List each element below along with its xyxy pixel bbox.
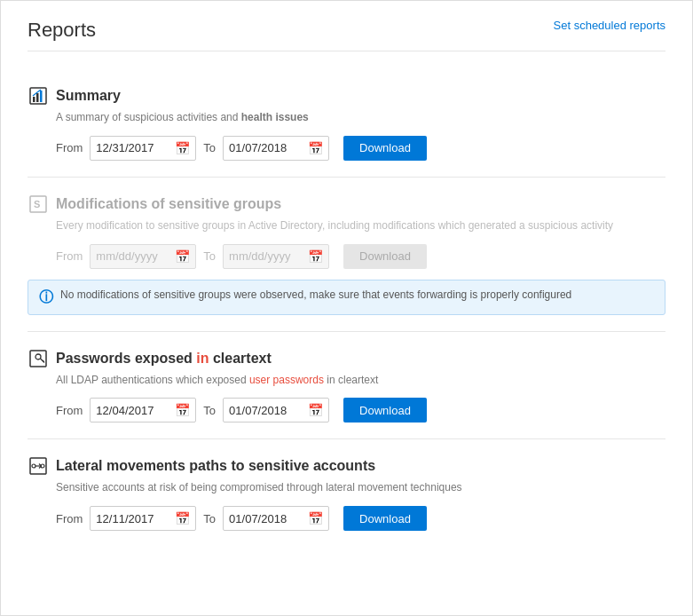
lateral-title: Lateral movements paths to sensitive acc… [56,458,375,474]
passwords-to-input[interactable]: 01/07/2018 📅 [223,398,329,423]
lateral-from-value: 12/11/2017 [96,512,175,525]
passwords-from-calendar-icon[interactable]: 📅 [175,403,190,417]
lateral-date-row: From 12/11/2017 📅 To 01/07/2018 📅 Downlo… [56,506,665,531]
sensitive-groups-download-button: Download [343,244,427,269]
summary-from-calendar-icon[interactable]: 📅 [175,141,190,155]
report-summary: Summary A summary of suspicious activiti… [28,69,665,178]
sensitive-groups-info-banner: ⓘ No modifications of sensitive groups w… [28,280,665,315]
summary-description: A summary of suspicious activities and h… [56,110,665,125]
svg-rect-3 [40,91,43,102]
report-lateral-header: Lateral movements paths to sensitive acc… [28,455,665,477]
sensitive-groups-date-row: From mm/dd/yyyy 📅 To mm/dd/yyyy 📅 Downlo… [56,244,665,269]
passwords-to-calendar-icon[interactable]: 📅 [308,403,323,417]
page-header: Reports Set scheduled reports [28,19,665,51]
info-icon: ⓘ [39,288,53,307]
svg-rect-1 [33,97,35,102]
report-lateral-movements: Lateral movements paths to sensitive acc… [28,439,665,547]
lateral-description: Sensitive accounts at risk of being comp… [56,480,665,495]
summary-from-value: 12/31/2017 [96,141,175,154]
sensitive-groups-from-input: mm/dd/yyyy 📅 [90,244,196,269]
passwords-download-button[interactable]: Download [343,398,427,423]
lateral-from-input[interactable]: 12/11/2017 📅 [90,506,196,531]
summary-from-label: From [56,141,83,154]
passwords-to-label: To [203,404,216,417]
svg-point-7 [35,354,41,359]
report-passwords-header: Passwords exposed in cleartext [28,348,665,369]
report-passwords-cleartext: Passwords exposed in cleartext All LDAP … [28,332,665,440]
passwords-to-value: 01/07/2018 [229,404,308,417]
passwords-icon [28,348,49,369]
lateral-to-label: To [203,512,216,525]
summary-title: Summary [56,88,121,104]
sensitive-groups-to-label: To [203,249,216,263]
svg-text:S: S [34,199,40,209]
summary-date-row: From 12/31/2017 📅 To 01/07/2018 📅 Downlo… [56,136,665,161]
sensitive-groups-description: Every modification to sensitive groups i… [56,218,665,233]
passwords-from-input[interactable]: 12/04/2017 📅 [90,398,196,423]
lateral-to-value: 01/07/2018 [229,512,308,525]
sensitive-groups-title: Modifications of sensitive groups [56,196,281,212]
passwords-description: All LDAP authentications which exposed u… [56,373,665,388]
summary-icon [28,85,49,107]
passwords-from-value: 12/04/2017 [96,404,175,417]
lateral-to-calendar-icon[interactable]: 📅 [308,511,323,525]
set-scheduled-reports-link[interactable]: Set scheduled reports [554,19,665,32]
sensitive-groups-to-placeholder: mm/dd/yyyy [229,249,308,263]
passwords-date-row: From 12/04/2017 📅 To 01/07/2018 📅 Downlo… [56,398,665,423]
summary-to-input[interactable]: 01/07/2018 📅 [223,136,329,161]
sensitive-groups-info-text: No modifications of sensitive groups wer… [60,288,571,303]
summary-download-button[interactable]: Download [343,136,427,161]
summary-to-calendar-icon[interactable]: 📅 [308,141,323,155]
sensitive-groups-icon: S [28,193,49,215]
summary-to-label: To [203,141,216,154]
sensitive-groups-to-input: mm/dd/yyyy 📅 [223,244,329,269]
passwords-title: Passwords exposed in cleartext [56,351,272,367]
svg-rect-6 [30,351,46,367]
lateral-icon [28,455,49,477]
sensitive-groups-from-calendar-icon: 📅 [175,249,190,264]
sensitive-groups-from-label: From [56,249,83,263]
lateral-download-button[interactable]: Download [343,506,427,531]
summary-from-input[interactable]: 12/31/2017 📅 [90,136,196,161]
lateral-to-input[interactable]: 01/07/2018 📅 [223,506,329,531]
report-sensitive-groups-header: S Modifications of sensitive groups [28,193,665,215]
page-container: Reports Set scheduled reports Summary A … [0,0,693,616]
summary-to-value: 01/07/2018 [229,141,308,154]
sensitive-groups-to-calendar-icon: 📅 [308,249,323,264]
lateral-from-calendar-icon[interactable]: 📅 [175,511,190,525]
svg-point-11 [32,464,35,468]
sensitive-groups-from-placeholder: mm/dd/yyyy [96,249,175,263]
page-title: Reports [28,19,96,42]
lateral-from-label: From [56,512,83,525]
passwords-from-label: From [56,404,83,417]
report-sensitive-groups: S Modifications of sensitive groups Ever… [28,178,665,332]
svg-rect-2 [36,93,39,102]
report-summary-header: Summary [28,85,665,107]
